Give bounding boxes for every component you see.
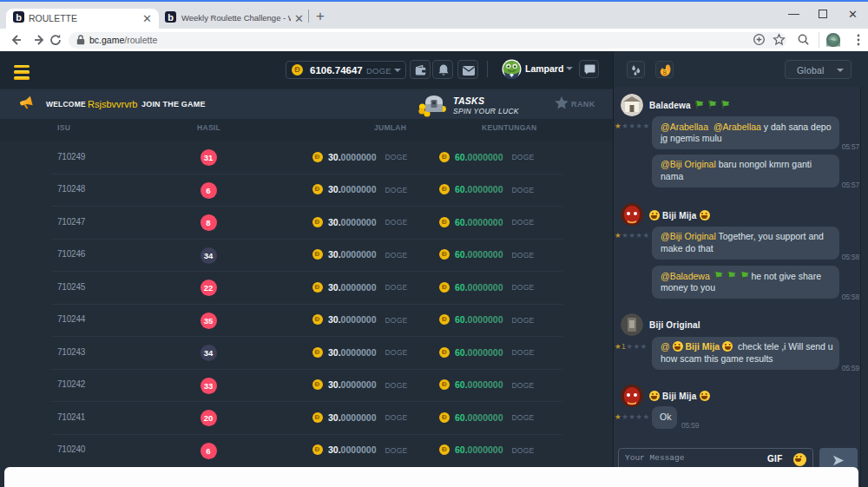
svg-text:b: b [16, 11, 22, 22]
svg-text:b: b [168, 11, 174, 22]
svg-text:B: B [663, 69, 667, 76]
